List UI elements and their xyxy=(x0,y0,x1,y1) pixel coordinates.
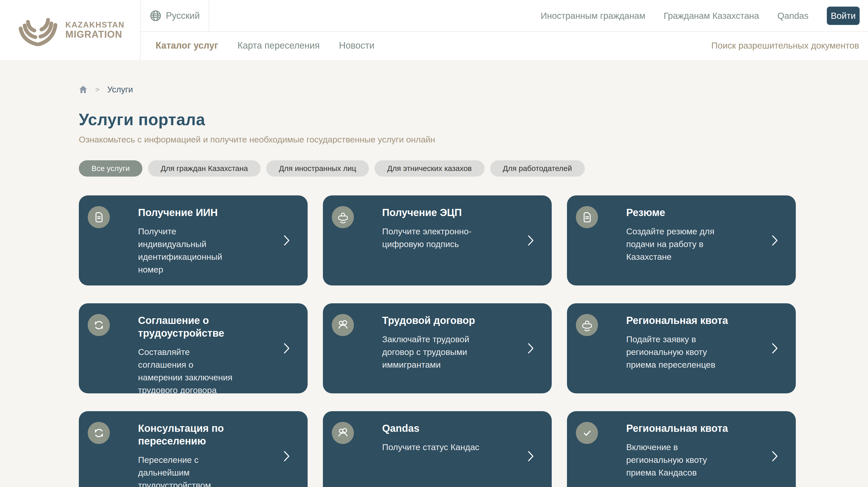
service-card-ecp[interactable]: Получение ЭЦП Получите электронно-цифров… xyxy=(323,195,552,285)
card-title: Трудовой договор xyxy=(382,314,497,327)
service-card-resume[interactable]: Резюме Создайте резюме для подачи на раб… xyxy=(567,195,796,285)
document-icon xyxy=(88,206,110,228)
card-title: Региональная квота xyxy=(626,422,741,435)
chevron-right-icon xyxy=(772,343,778,354)
card-description: Составляйте соглашения о намерении заклю… xyxy=(138,346,237,396)
sync-icon xyxy=(88,422,110,444)
nav-resettlement-map[interactable]: Карта переселения xyxy=(238,40,319,51)
card-description: Включение в региональную квоту приема Ка… xyxy=(626,441,725,479)
chevron-right-icon xyxy=(284,343,290,354)
link-qandas[interactable]: Qandas xyxy=(777,11,808,21)
card-description: Переселение с дальнейшим трудоустройство… xyxy=(138,453,237,487)
card-title: Получение ИИН xyxy=(138,206,252,219)
service-card-employment-agreement[interactable]: Соглашение о трудоустройстве Составляйте… xyxy=(79,303,308,393)
filter-ethnic-kazakhs[interactable]: Для этнических казахов xyxy=(374,160,485,177)
permit-documents-search-link[interactable]: Поиск разрешительных документов xyxy=(711,40,868,51)
chevron-right-icon xyxy=(772,235,778,246)
card-title: Соглашение о трудоустройстве xyxy=(138,314,252,339)
service-card-resettlement-consultation[interactable]: Консультация по переселению Переселение … xyxy=(79,411,308,487)
logo[interactable]: KAZAKHSTAN MIGRATION xyxy=(0,0,141,60)
service-card-qandas[interactable]: Qandas Получите статус Кандас xyxy=(323,411,552,487)
language-selector[interactable]: Русский xyxy=(141,0,209,31)
chevron-right-icon xyxy=(772,451,778,462)
filter-chips: Все услуги Для граждан Казахстана Для ин… xyxy=(79,160,868,177)
login-button[interactable]: Войти xyxy=(827,7,860,25)
chevron-right-icon xyxy=(528,235,534,246)
briefcase-icon xyxy=(576,314,598,336)
card-description: Получите индивидуальный идентификационны… xyxy=(138,225,237,276)
logo-wordmark: KAZAKHSTAN MIGRATION xyxy=(65,21,125,39)
header-top-row: Русский Иностранным гражданам Гражданам … xyxy=(141,0,868,32)
language-label: Русский xyxy=(166,10,200,21)
briefcase-icon xyxy=(332,206,354,228)
card-description: Заключайте трудовой договор с трудовыми … xyxy=(382,333,481,371)
filter-all-services[interactable]: Все услуги xyxy=(79,160,143,177)
page-title: Услуги портала xyxy=(79,110,868,129)
filter-employers[interactable]: Для работодателей xyxy=(490,160,585,177)
page-subtitle: Ознакомьтесь с информацией и получите не… xyxy=(79,135,868,145)
breadcrumb-separator: > xyxy=(95,85,100,94)
header: KAZAKHSTAN MIGRATION Русский Иностранным… xyxy=(0,0,868,60)
logo-bird-icon xyxy=(16,14,61,46)
card-description: Получите статус Кандас xyxy=(382,441,481,453)
globe-icon xyxy=(150,10,162,22)
card-title: Qandas xyxy=(382,422,497,435)
card-title: Региональная квота xyxy=(626,314,741,327)
card-description: Создайте резюме для подачи на работу в К… xyxy=(626,225,725,263)
chevron-right-icon xyxy=(528,451,534,462)
service-card-iin[interactable]: Получение ИИН Получите индивидуальный ид… xyxy=(79,195,308,285)
chevron-right-icon xyxy=(528,343,534,354)
check-icon xyxy=(576,422,598,444)
main-content: > Услуги Услуги портала Ознакомьтесь с и… xyxy=(0,60,868,487)
document-icon xyxy=(576,206,598,228)
card-title: Резюме xyxy=(626,206,741,219)
card-title: Получение ЭЦП xyxy=(382,206,497,219)
card-title: Консультация по переселению xyxy=(138,422,252,447)
link-kazakhstan-citizens[interactable]: Гражданам Казахстана xyxy=(663,11,759,21)
main-nav: Каталог услуг Карта переселения Новости … xyxy=(141,32,868,59)
service-card-regional-quota[interactable]: Региональная квота Подайте заявку в реги… xyxy=(567,303,796,393)
nav-news[interactable]: Новости xyxy=(339,40,374,51)
people-icon xyxy=(332,314,354,336)
card-description: Подайте заявку в региональную квоту прие… xyxy=(626,333,725,371)
link-foreign-citizens[interactable]: Иностранным гражданам xyxy=(540,11,645,21)
service-card-labor-contract[interactable]: Трудовой договор Заключайте трудовой дог… xyxy=(323,303,552,393)
home-icon[interactable] xyxy=(79,85,88,94)
sync-icon xyxy=(88,314,110,336)
people-icon xyxy=(332,422,354,444)
card-description: Получите электронно-цифровую подпись xyxy=(382,225,481,250)
breadcrumb-current[interactable]: Услуги xyxy=(107,85,133,94)
service-card-regional-quota-qandas[interactable]: Региональная квота Включение в региональ… xyxy=(567,411,796,487)
filter-citizens-kazakhstan[interactable]: Для граждан Казахстана xyxy=(148,160,260,177)
services-grid: Получение ИИН Получите индивидуальный ид… xyxy=(79,195,796,487)
chevron-right-icon xyxy=(284,451,290,462)
nav-services-catalog[interactable]: Каталог услуг xyxy=(156,40,218,51)
filter-foreign-persons[interactable]: Для иностранных лиц xyxy=(266,160,369,177)
breadcrumb: > Услуги xyxy=(79,85,868,94)
chevron-right-icon xyxy=(284,235,290,246)
